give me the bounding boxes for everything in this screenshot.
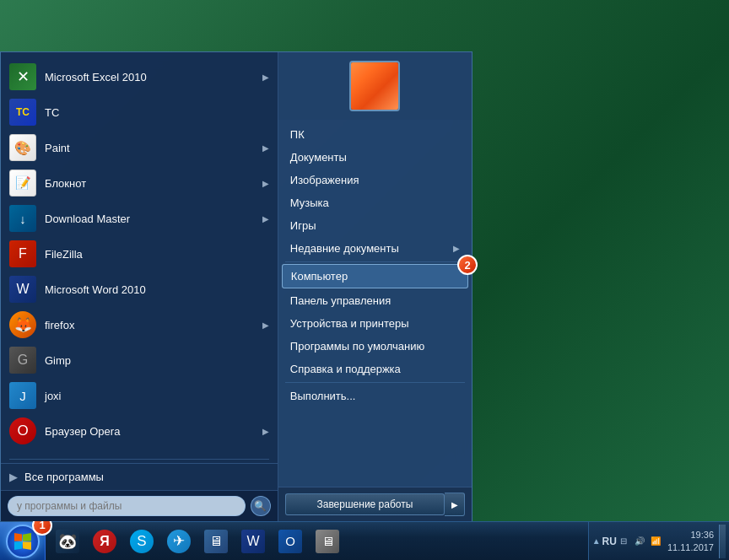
search-button[interactable]: 🔍	[251, 496, 271, 516]
start-item-filezilla[interactable]: F FileZilla	[1, 236, 278, 272]
right-item-images[interactable]: Изображения	[278, 169, 472, 191]
start-item-gimp-label: Gimp	[45, 354, 269, 367]
desktop: ✕ Microsoft Excel 2010 ▶ TC TC 🎨 Paint	[0, 0, 729, 560]
start-item-paint[interactable]: 🎨 Paint ▶	[1, 130, 278, 165]
search-bar: 🔍	[1, 490, 278, 521]
start-divider	[9, 459, 269, 460]
start-item-notepad[interactable]: 📝 Блокнот ▶	[1, 165, 278, 201]
right-item-music[interactable]: Музыка	[278, 191, 472, 214]
system-tray: ⊟ 🔊 📶	[617, 535, 662, 548]
taskbar-telegram[interactable]: ✈	[161, 525, 197, 558]
monitor-icon: 🖥	[204, 530, 228, 553]
start-menu-left-panel: ✕ Microsoft Excel 2010 ▶ TC TC 🎨 Paint	[1, 52, 278, 521]
right-item-run[interactable]: Выполнить...	[278, 385, 472, 407]
tray-icon-2: 🔊	[633, 535, 646, 548]
start-button[interactable]: 1	[0, 522, 46, 561]
notepad-icon: 📝	[9, 170, 36, 197]
taskbar-desktop-btn[interactable]: 🖥	[310, 525, 345, 558]
skype-icon: S	[130, 530, 154, 553]
opera-icon: O	[9, 417, 36, 444]
right-item-run-label: Выполнить...	[290, 390, 356, 402]
all-programs-button[interactable]: ▶ Все программы	[1, 463, 278, 490]
tray-expand-button[interactable]: ▲	[592, 536, 601, 546]
tc-icon: TC	[9, 99, 36, 126]
start-item-filezilla-label: FileZilla	[45, 248, 269, 261]
right-item-pk[interactable]: ПК	[278, 123, 472, 146]
right-item-default-programs[interactable]: Программы по умолчанию	[278, 335, 472, 358]
tray-icon-1: ⊟	[617, 535, 630, 548]
excel-icon: ✕	[9, 63, 36, 90]
right-item-computer-label: Компьютер	[291, 270, 348, 283]
avatar-image	[351, 62, 398, 110]
arrow-icon: ▶	[262, 143, 269, 153]
taskbar: 1 🐼 Я S ✈ 🖥 W O	[0, 521, 729, 560]
right-divider	[285, 261, 465, 262]
right-item-recent-label: Недавние документы	[290, 242, 399, 255]
clock-date: 11.11.2017	[667, 541, 714, 553]
taskbar-apps: 🐼 Я S ✈ 🖥 W O 🖥	[46, 522, 588, 560]
taskbar-yandex[interactable]: Я	[87, 525, 122, 558]
start-item-excel[interactable]: ✕ Microsoft Excel 2010 ▶	[1, 59, 278, 94]
shutdown-button[interactable]: Завершение работы	[285, 493, 445, 515]
start-item-joxi[interactable]: J joxi	[1, 378, 278, 413]
right-item-help[interactable]: Справка и поддержка	[278, 358, 472, 380]
start-item-opera-label: Браузер Opera	[45, 425, 262, 438]
show-desktop-button[interactable]	[719, 525, 726, 558]
taskbar-monitor[interactable]: 🖥	[198, 525, 234, 558]
user-avatar	[349, 61, 400, 111]
start-item-firefox[interactable]: 🦊 firefox ▶	[1, 307, 278, 342]
badge-2: 2	[457, 255, 478, 275]
start-item-paint-label: Paint	[45, 142, 262, 154]
start-item-notepad-label: Блокнот	[45, 177, 262, 190]
start-item-word[interactable]: W Microsoft Word 2010	[1, 272, 278, 307]
firefox-icon: 🦊	[9, 311, 36, 338]
right-item-control-panel[interactable]: Панель управления	[278, 289, 472, 312]
start-item-joxi-label: joxi	[45, 390, 269, 402]
word-taskbar-icon: W	[241, 530, 265, 553]
start-item-firefox-label: firefox	[45, 319, 262, 331]
language-indicator: RU	[602, 536, 617, 547]
right-item-devices[interactable]: Устройства и принтеры	[278, 312, 472, 335]
right-item-devices-label: Устройства и принтеры	[290, 317, 409, 330]
taskbar-outlook[interactable]: O	[273, 525, 308, 558]
paint-icon: 🎨	[9, 134, 36, 161]
start-item-word-label: Microsoft Word 2010	[45, 283, 269, 296]
windows-logo-icon	[12, 530, 34, 552]
start-menu: ✕ Microsoft Excel 2010 ▶ TC TC 🎨 Paint	[0, 51, 472, 521]
clock-time: 19:36	[667, 529, 714, 541]
filezilla-icon: F	[9, 240, 36, 267]
download-master-icon: ↓	[9, 205, 36, 232]
right-item-pk-label: ПК	[290, 128, 305, 141]
right-menu: ПК Документы Изображения Музыка Игры Нед…	[278, 120, 472, 487]
start-item-tc[interactable]: TC TC	[1, 94, 278, 130]
right-item-recent[interactable]: Недавние документы ▶	[278, 237, 472, 260]
right-item-docs[interactable]: Документы	[278, 146, 472, 169]
start-item-excel-label: Microsoft Excel 2010	[45, 71, 262, 83]
right-item-games[interactable]: Игры	[278, 214, 472, 237]
taskbar-skype[interactable]: S	[124, 525, 159, 558]
shutdown-arrow-button[interactable]: ▶	[445, 493, 465, 516]
yandex-icon: Я	[93, 530, 116, 553]
taskbar-panda[interactable]: 🐼	[50, 525, 85, 558]
right-item-control-panel-label: Панель управления	[290, 294, 391, 307]
arrow-icon: ▶	[262, 73, 269, 82]
taskbar-word[interactable]: W	[235, 525, 271, 558]
all-programs-arrow-icon: ▶	[9, 471, 18, 483]
right-item-games-label: Игры	[290, 219, 316, 232]
start-item-opera[interactable]: O Браузер Opera ▶	[1, 413, 278, 449]
notification-area: ▲ RU ⊟ 🔊 📶 19:36 11.11.2017	[588, 522, 729, 560]
right-arrow-icon: ▶	[453, 244, 460, 253]
arrow-icon: ▶	[262, 214, 269, 223]
search-input[interactable]	[8, 496, 246, 516]
start-item-dm-label: Download Master	[45, 213, 262, 225]
right-item-computer[interactable]: Компьютер 2	[282, 264, 468, 288]
start-item-download-master[interactable]: ↓ Download Master ▶	[1, 201, 278, 236]
right-item-docs-label: Документы	[290, 151, 347, 164]
start-item-gimp[interactable]: G Gimp	[1, 342, 278, 378]
tray-icon-3: 📶	[649, 535, 662, 548]
shutdown-bar: Завершение работы ▶	[278, 487, 472, 521]
right-item-images-label: Изображения	[290, 174, 359, 186]
arrow-icon: ▶	[262, 427, 269, 436]
user-avatar-area	[278, 52, 472, 120]
arrow-icon: ▶	[262, 179, 269, 188]
